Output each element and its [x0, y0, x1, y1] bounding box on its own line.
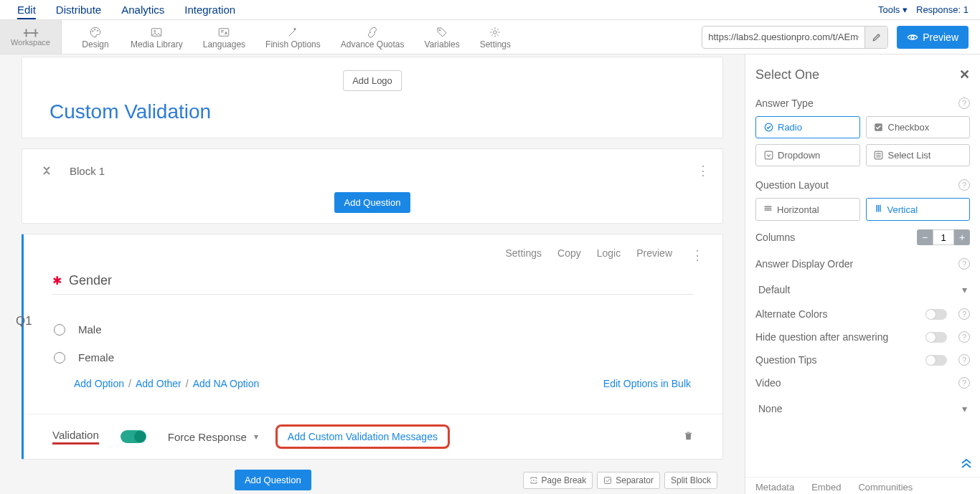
block-more-menu[interactable]: ⋮ — [697, 163, 708, 179]
add-other-link[interactable]: Add Other — [136, 378, 182, 389]
svg-point-3 — [93, 30, 94, 32]
svg-point-5 — [97, 30, 98, 32]
primary-tabs: Edit Distribute Analytics Integration To… — [0, 0, 980, 20]
option-row[interactable]: Female — [52, 344, 694, 372]
help-icon[interactable]: ? — [958, 354, 970, 366]
checkbox-icon — [874, 123, 883, 132]
response-count[interactable]: Response: 1 — [916, 4, 980, 15]
tab-communities[interactable]: Communities — [858, 482, 913, 493]
close-panel-button[interactable]: ✕ — [959, 67, 970, 82]
tool-advance-quotas[interactable]: Advance Quotas — [331, 20, 415, 54]
survey-url-box — [702, 26, 888, 49]
answer-type-checkbox[interactable]: Checkbox — [866, 116, 971, 138]
add-logo-button[interactable]: Add Logo — [343, 70, 402, 91]
tab-distribute[interactable]: Distribute — [46, 4, 111, 16]
trash-icon — [683, 429, 694, 442]
tab-integration[interactable]: Integration — [174, 4, 245, 16]
validation-toggle[interactable] — [121, 430, 146, 443]
select-list-icon — [874, 151, 883, 160]
columns-increment[interactable]: + — [954, 229, 970, 245]
question-tips-label: Question Tips — [755, 354, 817, 366]
edit-url-button[interactable] — [864, 26, 887, 49]
panel-bottom-tabs: Metadata Embed Communities — [745, 477, 980, 494]
block-name[interactable]: Block 1 — [70, 165, 105, 177]
add-option-link[interactable]: Add Option — [74, 378, 124, 389]
tool-media-library[interactable]: Media Library — [121, 20, 193, 54]
eye-icon — [907, 33, 918, 42]
help-icon[interactable]: ? — [958, 179, 970, 191]
tag-icon — [435, 26, 449, 39]
edit-options-bulk-link[interactable]: Edit Options in Bulk — [603, 378, 691, 389]
help-icon[interactable]: ? — [958, 258, 970, 270]
option-label[interactable]: Female — [78, 351, 114, 364]
question-more-menu[interactable]: ⋮ — [691, 247, 702, 263]
question-card: Settings Copy Logic Preview ⋮ ✱ Gender M… — [22, 234, 723, 460]
option-label[interactable]: Male — [78, 323, 102, 336]
columns-input[interactable] — [933, 229, 954, 245]
radio-icon — [54, 352, 65, 364]
survey-url-input[interactable] — [702, 32, 864, 42]
hide-after-toggle[interactable] — [925, 332, 947, 343]
required-star-icon: ✱ — [52, 274, 62, 288]
tools-dropdown[interactable]: Tools ▾ — [870, 4, 916, 15]
collapse-block-icon[interactable] — [37, 165, 57, 176]
hide-after-label: Hide question after answering — [755, 331, 888, 343]
question-logic-link[interactable]: Logic — [597, 247, 621, 263]
columns-stepper: − + — [917, 229, 970, 245]
answer-display-order-dropdown[interactable]: Default▾ — [755, 277, 970, 303]
tool-design[interactable]: Design — [70, 20, 121, 54]
tool-settings[interactable]: Settings — [470, 20, 521, 54]
settings-panel: Select One ✕ Answer Type? Radio Checkbox… — [745, 54, 980, 494]
preview-button[interactable]: Preview — [897, 26, 969, 49]
help-icon[interactable]: ? — [958, 98, 970, 109]
answer-type-dropdown[interactable]: Dropdown — [755, 144, 860, 166]
columns-decrement[interactable]: − — [917, 229, 933, 245]
svg-rect-1 — [25, 29, 27, 37]
svg-rect-12 — [605, 477, 611, 483]
add-na-option-link[interactable]: Add NA Option — [193, 378, 260, 389]
add-question-button-top[interactable]: Add Question — [334, 192, 411, 213]
svg-point-10 — [494, 30, 497, 34]
workspace-icon — [23, 28, 39, 38]
help-icon[interactable]: ? — [958, 308, 970, 320]
force-response-dropdown[interactable]: Force Response — [168, 431, 258, 443]
answer-type-select-list[interactable]: Select List — [866, 144, 971, 166]
add-question-button-bottom[interactable]: Add Question — [235, 470, 311, 490]
split-block-button[interactable]: Split Block — [664, 472, 717, 489]
tool-languages[interactable]: Languages — [193, 20, 255, 54]
tool-variables[interactable]: Variables — [415, 20, 470, 54]
question-title[interactable]: Gender — [69, 273, 112, 288]
svg-point-11 — [911, 36, 914, 39]
question-tips-toggle[interactable] — [925, 355, 947, 366]
wand-icon — [286, 26, 300, 39]
tab-workspace[interactable]: Workspace — [0, 20, 62, 54]
tab-edit[interactable]: Edit — [7, 4, 46, 16]
tab-analytics[interactable]: Analytics — [111, 4, 174, 16]
question-copy-link[interactable]: Copy — [557, 247, 581, 263]
between-blocks-row: Add Question Page Break Separator Split … — [22, 460, 723, 494]
delete-question-button[interactable] — [683, 429, 694, 444]
question-preview-link[interactable]: Preview — [636, 247, 672, 263]
layout-vertical[interactable]: Vertical — [866, 198, 971, 221]
video-dropdown[interactable]: None▾ — [755, 396, 970, 422]
layout-horizontal[interactable]: Horizontal — [755, 198, 860, 221]
option-row[interactable]: Male — [52, 316, 694, 344]
dropdown-icon — [764, 151, 773, 160]
help-icon[interactable]: ? — [958, 377, 970, 389]
question-settings-link[interactable]: Settings — [505, 247, 542, 263]
columns-label: Columns — [755, 232, 795, 243]
page-break-button[interactable]: Page Break — [523, 472, 593, 489]
tool-finish-options[interactable]: Finish Options — [255, 20, 331, 54]
help-icon[interactable]: ? — [958, 331, 970, 343]
palette-icon — [88, 26, 103, 39]
tab-metadata[interactable]: Metadata — [755, 482, 794, 493]
survey-header-card: Add Logo Custom Validation — [22, 57, 723, 138]
add-custom-validation-link[interactable]: Add Custom Validation Messages — [288, 431, 438, 442]
alternate-colors-toggle[interactable] — [925, 309, 947, 320]
section-answer-display-order: Answer Display Order? — [755, 258, 970, 270]
answer-type-radio[interactable]: Radio — [755, 116, 860, 138]
radio-selected-icon — [764, 123, 773, 132]
separator-button[interactable]: Separator — [597, 472, 660, 489]
scroll-top-button[interactable] — [960, 457, 973, 471]
tab-embed[interactable]: Embed — [811, 482, 841, 493]
